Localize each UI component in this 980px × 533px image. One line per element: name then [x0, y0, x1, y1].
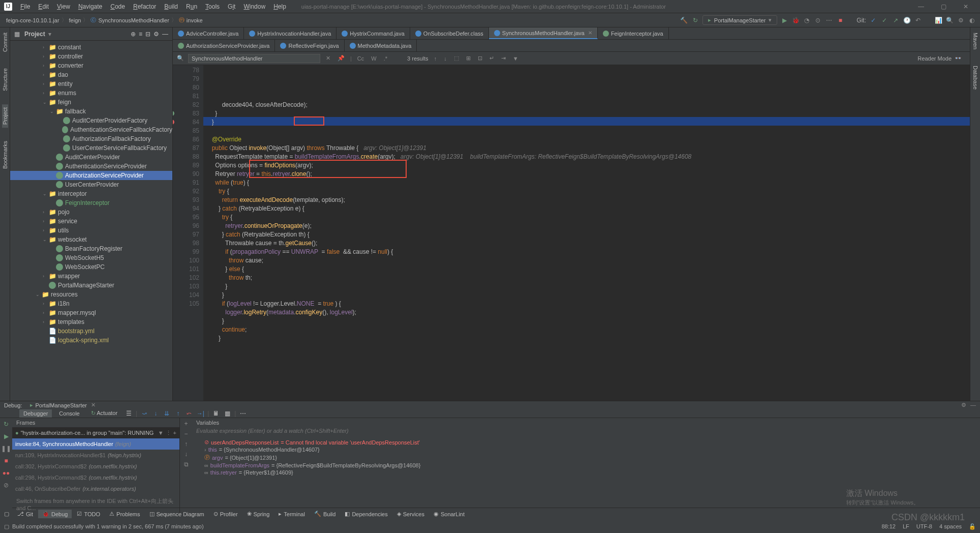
tree-node[interactable]: ›📁utils [10, 226, 172, 235]
tree-node[interactable]: AuthorizationFallbackFactory [10, 134, 172, 143]
search-everywhere-icon[interactable]: 🔍 [945, 16, 954, 24]
tree-node[interactable]: AuthorizationServiceProvider [10, 171, 172, 180]
menu-view[interactable]: View [54, 2, 73, 11]
git-commit-icon[interactable]: ✓ [880, 16, 889, 24]
maximize-button[interactable]: ▢ [933, 3, 954, 10]
variable-row[interactable]: ⓟ argv = {Object[1]@12391} [192, 453, 980, 462]
menu-code[interactable]: Code [107, 2, 128, 11]
tool-window-terminal[interactable]: ▸Terminal [274, 510, 309, 518]
tool-window-git[interactable]: ⎇Git [13, 510, 37, 518]
reader-mode-icon[interactable]: 👓 [955, 55, 962, 62]
tree-node[interactable]: ›📁constant [10, 43, 172, 52]
frame-row[interactable]: invoke:84, SynchronousMethodHandler (fei… [12, 438, 179, 450]
debug-run-tab[interactable]: ▸PortalManageStarter✕ [26, 401, 100, 409]
tree-node[interactable]: UserCenterProvider [10, 180, 172, 189]
locate-icon[interactable]: ⊕ [131, 31, 136, 38]
tool-window-spring[interactable]: ❀Spring [243, 510, 274, 518]
menu-window[interactable]: Window [240, 2, 268, 11]
debug-icon[interactable]: 🐞 [791, 16, 800, 24]
tool-window-services[interactable]: ◈Services [393, 510, 428, 518]
editor-tab[interactable]: HystrixInvocationHandler.java [244, 27, 336, 39]
git-update-icon[interactable]: ✓ [869, 16, 877, 24]
debug-minimize-icon[interactable]: — [970, 402, 976, 408]
tool-window-todo[interactable]: ☑TODO [73, 510, 104, 518]
run-config-dropdown[interactable]: ▸PortalManageStarter▾ [702, 15, 778, 25]
close-tab-icon[interactable]: ✕ [588, 30, 592, 36]
remove-watch-icon[interactable]: − [184, 430, 188, 437]
variable-row[interactable]: ∞ this.retryer = {Retryer$1@14609} [192, 469, 980, 476]
prev-occurrence-icon[interactable]: ✕ [324, 55, 332, 62]
settings-icon[interactable]: ⚙ [957, 16, 965, 24]
ai-icon[interactable]: ◐ [968, 16, 976, 24]
tree-node[interactable]: AuthenticationServiceProvider [10, 162, 172, 171]
tree-node[interactable]: ›📁enums [10, 88, 172, 98]
editor-tab[interactable]: HystrixCommand.java [336, 27, 410, 39]
filter-icon[interactable]: ▼ [511, 55, 520, 62]
new-watch-icon[interactable]: + [184, 420, 188, 427]
tree-node[interactable]: ⌄📁websocket [10, 235, 172, 244]
encoding[interactable]: UTF-8 [916, 523, 932, 530]
build-icon[interactable]: 🔨 [680, 16, 688, 24]
words-icon[interactable]: W [370, 55, 378, 62]
tree-node[interactable]: 📄logback-spring.xml [10, 336, 172, 345]
menu-help[interactable]: Help [270, 2, 289, 11]
step-into-icon[interactable]: ↓ [151, 409, 160, 418]
tree-node[interactable]: WebSocketPC [10, 262, 172, 272]
tool-window-profiler[interactable]: ⊙Profiler [209, 510, 242, 518]
tree-node[interactable]: ›📁service [10, 217, 172, 226]
tool-window-debug[interactable]: 🐞Debug [38, 510, 72, 518]
bookmarks-tool-tab[interactable]: Bookmarks [2, 138, 8, 172]
frame-row[interactable]: call:302, HystrixCommand$2 (com.netflix.… [12, 461, 179, 472]
expand-icon[interactable]: ≡ [139, 31, 142, 38]
maven-tool-tab[interactable]: Maven [972, 29, 978, 52]
resume-icon[interactable]: ▶ [2, 432, 10, 440]
tree-node[interactable]: ⌄📁resources [10, 290, 172, 299]
editor-tab[interactable]: SynchronousMethodHandler.java✕ [489, 27, 598, 39]
tool-window-build[interactable]: 🔨Build [310, 510, 340, 518]
tree-node[interactable]: ›📁i18n [10, 299, 172, 308]
step-over-icon[interactable]: ⤻ [140, 409, 148, 418]
tree-node[interactable]: AuditCenterProvider [10, 153, 172, 162]
pin-icon[interactable]: 📌 [336, 55, 346, 62]
tree-node[interactable]: ›📁templates [10, 317, 172, 327]
menu-git[interactable]: Git [225, 2, 238, 11]
drop-frame-icon[interactable]: ⤺ [185, 409, 193, 418]
coverage-icon[interactable]: ◔ [803, 16, 811, 24]
tool-window-problems[interactable]: ⚠Problems [105, 510, 144, 518]
more-icon[interactable]: ⋯ [239, 409, 247, 418]
code-with-me-icon[interactable]: 📊 [934, 16, 942, 24]
tree-node[interactable]: ›📁entity [10, 79, 172, 88]
tree-node[interactable]: ›📁converter [10, 61, 172, 70]
tool-window-dependencies[interactable]: ◧Dependencies [341, 510, 391, 518]
match-case-icon[interactable]: Cc [356, 55, 365, 62]
stop-icon[interactable]: ■ [836, 16, 844, 24]
caret-pos[interactable]: 88:12 [881, 523, 896, 530]
up-icon[interactable]: ↑ [433, 55, 439, 62]
console-tab[interactable]: Console [55, 409, 83, 418]
tree-node[interactable]: ›📁controller [10, 52, 172, 61]
editor-tab[interactable]: ReflectiveFeign.java [275, 40, 344, 51]
layout-icon[interactable]: ☰ [125, 409, 133, 418]
minimize-button[interactable]: — [911, 3, 931, 10]
variable-row[interactable]: › this = {SynchronousMethodHandler@14607… [192, 446, 980, 453]
frame-row[interactable]: run:109, HystrixInvocationHandler$1 (fei… [12, 450, 179, 461]
pause-icon[interactable]: ❚❚ [2, 445, 10, 453]
stop-icon[interactable]: ■ [2, 457, 10, 465]
thread-row[interactable]: ● "hystrix-authorization-ce... in group … [12, 427, 179, 438]
menu-run[interactable]: Run [183, 2, 200, 11]
git-history-icon[interactable]: 🕐 [903, 16, 911, 24]
sync-icon[interactable]: ↻ [691, 16, 699, 24]
actuator-tab[interactable]: ↻ Actuator [87, 409, 121, 418]
status-icon[interactable]: ▢ [4, 523, 9, 530]
menu-refactor[interactable]: Refactor [130, 2, 159, 11]
tool-window-sonarlint[interactable]: ◉SonarLint [430, 510, 469, 518]
regex-icon[interactable]: .* [382, 55, 389, 62]
reader-mode-label[interactable]: Reader Mode [917, 55, 952, 62]
menu-edit[interactable]: Edit [35, 2, 52, 11]
settings-icon[interactable]: ⚙ [154, 31, 159, 38]
editor-tab[interactable]: AuthorizationServiceProvider.java [173, 40, 275, 51]
evaluate-input[interactable] [196, 428, 976, 434]
collapse-icon[interactable]: ⊟ [145, 31, 150, 38]
tree-node[interactable]: ›📁mapper.mysql [10, 308, 172, 317]
run-to-cursor-icon[interactable]: →| [196, 409, 204, 418]
